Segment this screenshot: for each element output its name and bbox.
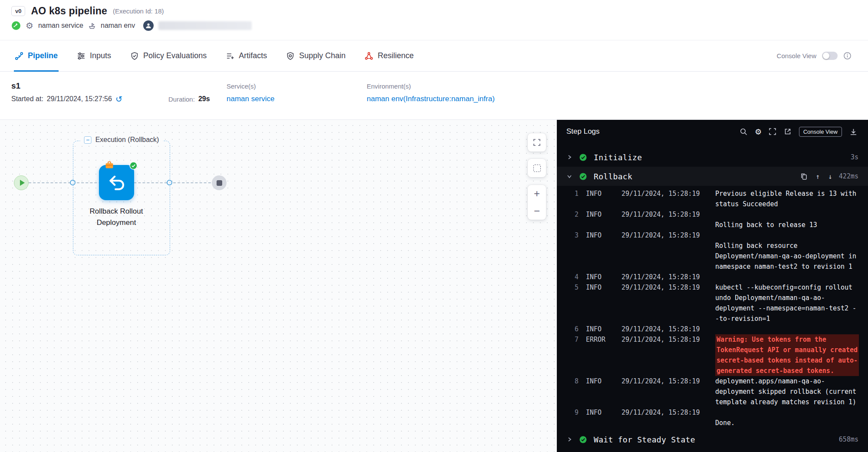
tab-inputs[interactable]: Inputs — [77, 40, 111, 71]
step-success-check-icon — [579, 153, 587, 162]
stop-icon — [217, 180, 222, 186]
log-line-number: 5 — [557, 282, 579, 293]
log-message: deployment.apps/naman-qa-ao- deployment … — [715, 376, 868, 407]
step-success-check-icon — [579, 436, 587, 444]
cd-module-icon — [11, 21, 21, 30]
page-title: AO k8s pipeline — [31, 5, 107, 17]
stage-summary-bar: s1 Started at: 29/11/2024, 15:27:56 ↺ Du… — [0, 72, 868, 120]
fullscreen-corners-icon — [533, 139, 541, 146]
pipeline-icon — [15, 52, 23, 60]
log-timestamp: 29/11/2024, 15:28:19 — [621, 188, 715, 199]
section-name: Initialize — [594, 153, 642, 162]
scroll-to-bottom-icon[interactable]: ↓ — [828, 172, 832, 181]
log-line-number: 3 — [557, 230, 579, 241]
log-level: INFO — [586, 272, 621, 282]
log-line-error: 7 ERROR 29/11/2024, 15:28:19 Warning: Us… — [557, 334, 868, 376]
started-at-label: Started at: — [11, 95, 43, 103]
section-name: Wait for Steady State — [594, 435, 695, 444]
log-settings-gear-icon[interactable]: ⚙ — [755, 127, 761, 136]
execution-meta-row: ⚙ naman service naman env — [11, 20, 855, 31]
selection-mode-button[interactable] — [528, 159, 546, 177]
tab-resilience[interactable]: Resilience — [365, 40, 414, 71]
log-panel-title: Step Logs — [566, 127, 600, 136]
log-line-number: 4 — [557, 272, 579, 282]
log-timestamp: 29/11/2024, 15:28:19 — [621, 376, 715, 386]
environment-link[interactable]: naman env(Infrastructure:naman_infra) — [367, 95, 495, 103]
zoom-controls: + − — [528, 185, 546, 220]
log-level: INFO — [586, 209, 621, 220]
pipeline-canvas[interactable]: − Execution (Rollback) Rollback Rollout … — [0, 120, 557, 452]
zoom-in-button[interactable]: + — [528, 185, 546, 202]
log-line-number: 6 — [557, 324, 579, 334]
open-external-icon[interactable] — [784, 128, 792, 135]
chevron-down-icon — [566, 173, 572, 179]
log-line: 2 INFO 29/11/2024, 15:28:19 Rolling back… — [557, 209, 868, 230]
rollback-step-node[interactable] — [99, 165, 134, 200]
execution-group-header: − Execution (Rollback) — [80, 136, 163, 144]
content-row: − Execution (Rollback) Rollback Rollout … — [0, 120, 868, 452]
log-timestamp: 29/11/2024, 15:28:19 — [621, 209, 715, 220]
log-line: 4 INFO 29/11/2024, 15:28:19 — [557, 272, 868, 282]
log-panel-header: Step Logs ⚙ Console View — [557, 120, 868, 143]
log-section-rollback[interactable]: Rollback ↑ ↓ 422ms — [557, 167, 868, 186]
section-duration: 3s — [851, 153, 858, 161]
tab-label: Artifacts — [239, 51, 267, 60]
tab-artifacts[interactable]: Artifacts — [226, 40, 267, 71]
execution-history-icon[interactable]: ↺ — [115, 95, 122, 103]
collapse-group-button[interactable]: − — [84, 136, 92, 144]
version-badge: v0 — [11, 6, 25, 16]
service-link[interactable]: naman service — [227, 95, 275, 103]
log-timestamp: 29/11/2024, 15:28:19 — [621, 230, 715, 241]
copy-logs-icon[interactable] — [800, 173, 808, 180]
step-node-label: Rollback Rollout Deployment — [77, 206, 155, 228]
execution-header: v0 AO k8s pipeline (Execution Id: 18) ⚙ … — [0, 0, 868, 40]
scroll-to-top-icon[interactable]: ↑ — [816, 172, 820, 181]
tabs-right-controls: Console View — [777, 52, 852, 60]
supply-chain-shield-icon — [286, 52, 295, 60]
duration-value: 29s — [198, 95, 210, 103]
tab-pipeline[interactable]: Pipeline — [15, 40, 58, 71]
stage-name: s1 — [11, 81, 20, 91]
redacted-user-info — [158, 21, 252, 30]
chevron-right-icon — [566, 436, 572, 442]
log-line: 3 INFO 29/11/2024, 15:28:19 Rolling back… — [557, 230, 868, 272]
log-line: 6 INFO 29/11/2024, 15:28:19 — [557, 324, 868, 334]
tab-label: Pipeline — [28, 51, 58, 60]
log-timestamp: 29/11/2024, 15:28:19 — [621, 324, 715, 334]
info-icon[interactable] — [843, 52, 852, 60]
tab-label: Policy Evaluations — [143, 51, 207, 60]
log-timestamp: 29/11/2024, 15:28:19 — [621, 282, 715, 293]
console-view-button[interactable]: Console View — [799, 127, 842, 137]
gear-icon[interactable]: ⚙ — [26, 21, 33, 30]
download-logs-icon[interactable] — [849, 128, 858, 136]
duration-label: Duration: — [168, 96, 195, 103]
title-row: v0 AO k8s pipeline (Execution Id: 18) — [11, 5, 855, 17]
tab-label: Inputs — [90, 51, 111, 60]
expand-fullscreen-icon[interactable] — [769, 128, 776, 135]
log-section-wait-for-steady-state[interactable]: Wait for Steady State 658ms — [557, 430, 868, 449]
tab-policy-evaluations[interactable]: Policy Evaluations — [130, 40, 207, 71]
section-duration: 422ms — [839, 172, 858, 180]
log-level: ERROR — [586, 334, 621, 345]
execution-tabs: Pipeline Inputs Policy Evaluations Artif… — [0, 40, 868, 72]
log-level: INFO — [586, 188, 621, 199]
play-icon — [20, 180, 25, 186]
stage-duration-column: Duration: 29s — [168, 79, 227, 119]
log-level: INFO — [586, 407, 621, 418]
tab-supply-chain[interactable]: Supply Chain — [286, 40, 345, 71]
zoom-out-button[interactable]: − — [528, 202, 546, 220]
console-view-toggle[interactable] — [822, 52, 838, 60]
log-section-initialize[interactable]: Initialize 3s — [557, 148, 868, 167]
search-icon[interactable] — [740, 128, 748, 136]
environment-icon — [88, 22, 96, 30]
execution-group-label: Execution (Rollback) — [95, 136, 159, 144]
log-timestamp: 29/11/2024, 15:28:19 — [621, 334, 715, 345]
log-message: kubectl --kubeconfig=config rollout undo… — [715, 282, 868, 324]
log-timestamp: 29/11/2024, 15:28:19 — [621, 272, 715, 282]
log-header-icons: ⚙ Console View — [740, 127, 858, 137]
log-line-number: 9 — [557, 407, 579, 418]
step-success-check-icon — [129, 162, 138, 170]
section-duration: 658ms — [839, 436, 858, 443]
fit-to-view-button[interactable] — [528, 133, 546, 152]
resilience-chaos-icon — [365, 52, 373, 60]
